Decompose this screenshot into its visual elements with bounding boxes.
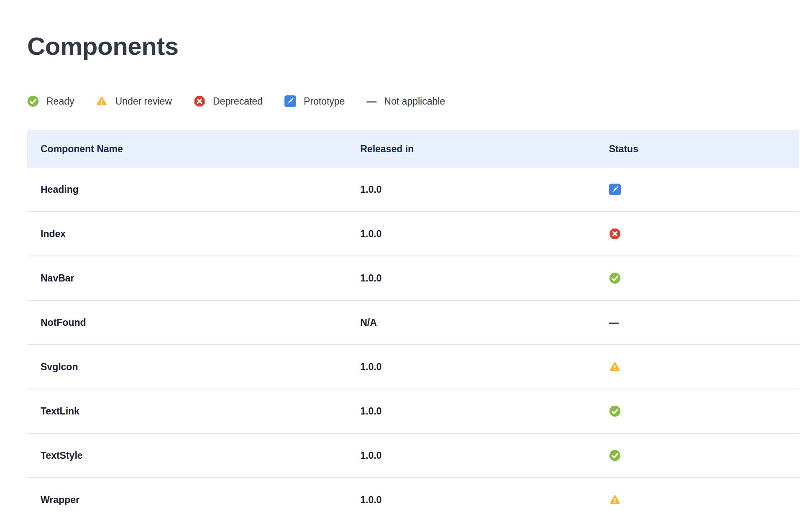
legend-item-not-applicable: — Not applicable [366, 95, 445, 107]
released-in-value: 1.0.0 [347, 494, 595, 506]
table-row: Index 1.0.0 [27, 212, 799, 256]
status-cell: — [596, 317, 799, 328]
status-cell [596, 228, 799, 240]
released-in-value: 1.0.0 [347, 361, 595, 373]
warning-triangle-icon [609, 494, 621, 506]
component-name: Wrapper [27, 494, 347, 506]
table-header-row: Component Name Released in Status [27, 130, 799, 168]
released-in-value: N/A [347, 317, 595, 328]
ready-check-icon [609, 405, 621, 417]
status-cell [596, 361, 799, 373]
table-row: TextLink 1.0.0 [27, 389, 799, 434]
released-in-value: 1.0.0 [347, 228, 595, 240]
released-in-value: 1.0.0 [347, 450, 595, 461]
legend-item-under-review: Under review [96, 95, 172, 107]
component-name: TextLink [27, 406, 347, 417]
warning-triangle-icon [609, 361, 621, 373]
legend-label: Prototype [304, 96, 345, 107]
component-name: NavBar [27, 273, 347, 284]
components-table: Component Name Released in Status Headin… [27, 130, 799, 522]
status-cell [596, 184, 799, 195]
legend-label: Under review [115, 96, 172, 107]
legend-label: Not applicable [384, 96, 445, 107]
status-cell [596, 272, 799, 284]
ready-check-icon [609, 272, 621, 284]
component-name: SvgIcon [27, 361, 347, 373]
released-in-value: 1.0.0 [347, 406, 595, 417]
component-name: NotFound [27, 317, 347, 328]
legend-label: Deprecated [213, 96, 263, 107]
table-row: SvgIcon 1.0.0 [27, 345, 799, 389]
prototype-pencil-icon [284, 95, 296, 107]
released-in-value: 1.0.0 [347, 184, 595, 195]
table-row: Wrapper 1.0.0 [27, 478, 799, 522]
table-row: TextStyle 1.0.0 [27, 434, 799, 478]
component-name: Index [27, 228, 347, 240]
status-cell [596, 405, 799, 417]
table-row: Heading 1.0.0 [27, 168, 799, 212]
status-cell [596, 494, 799, 506]
component-name: TextStyle [27, 450, 347, 461]
legend-item-deprecated: Deprecated [194, 95, 263, 107]
component-name: Heading [27, 184, 347, 195]
not-applicable-dash-icon: — [366, 95, 376, 107]
table-row: NavBar 1.0.0 [27, 256, 799, 301]
error-octagon-icon [194, 95, 205, 107]
legend-item-prototype: Prototype [284, 95, 345, 107]
column-header-status: Status [596, 143, 799, 155]
status-cell [596, 450, 799, 461]
column-header-component-name: Component Name [27, 143, 347, 155]
prototype-pencil-icon [609, 184, 621, 195]
table-row: NotFound N/A — [27, 301, 799, 345]
legend-item-ready: Ready [27, 95, 74, 107]
released-in-value: 1.0.0 [347, 273, 595, 284]
legend-label: Ready [46, 96, 74, 107]
page-title: Components [27, 33, 799, 60]
components-page: Components Ready Under review Deprecated… [27, 33, 799, 522]
ready-check-icon [609, 450, 621, 461]
status-legend: Ready Under review Deprecated Prototype … [27, 95, 799, 107]
error-octagon-icon [609, 228, 621, 240]
column-header-released-in: Released in [347, 143, 595, 155]
ready-check-icon [27, 95, 39, 107]
warning-triangle-icon [96, 95, 108, 107]
not-applicable-dash-icon: — [609, 317, 619, 328]
